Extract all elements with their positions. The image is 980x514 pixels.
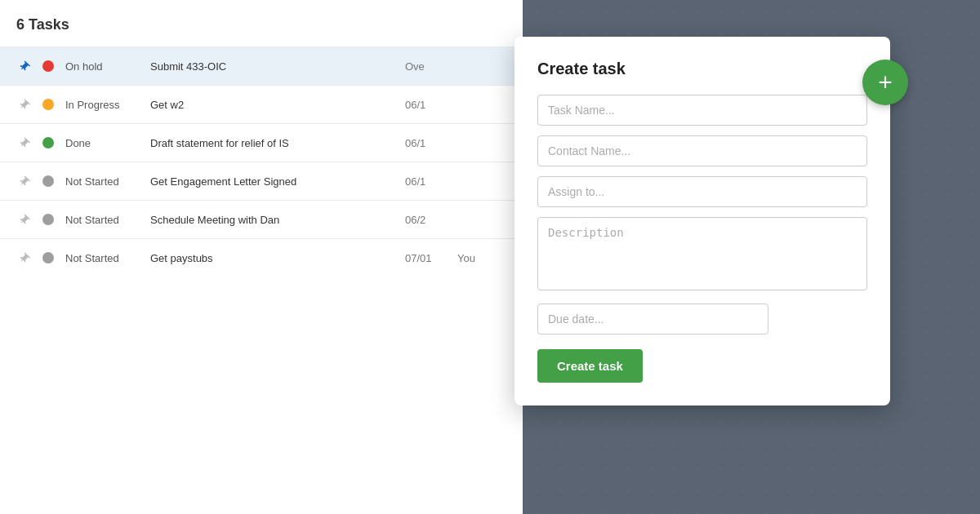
table-row[interactable]: Not Started Get Engagement Letter Signed… [0, 162, 523, 200]
task-name: Get Engagement Letter Signed [150, 175, 394, 188]
task-name: Schedule Meeting with Dan [150, 214, 394, 226]
task-date: Ove [405, 60, 446, 73]
task-name: Draft statement for relief of IS [150, 137, 394, 149]
status-label: Not Started [65, 175, 139, 188]
task-name: Get w2 [150, 99, 394, 111]
pin-icon [16, 250, 31, 265]
create-task-button[interactable]: Create task [537, 349, 643, 383]
task-list-header: 6 Tasks [0, 0, 523, 47]
task-name: Submit 433-OIC [150, 60, 394, 73]
status-dot-gray [42, 252, 54, 264]
contact-name-input[interactable] [537, 135, 867, 166]
pin-icon [16, 59, 31, 73]
pin-icon [16, 97, 31, 112]
task-date: 07/01 [405, 252, 446, 264]
status-dot-gray [42, 175, 54, 187]
task-name-input[interactable] [537, 95, 867, 126]
table-row[interactable]: On hold Submit 433-OIC Ove [0, 47, 523, 85]
pin-icon [16, 174, 31, 188]
status-dot-green [42, 137, 54, 148]
pin-icon [16, 135, 31, 150]
create-task-modal: + Create task Create task [514, 37, 890, 405]
table-row[interactable]: Not Started Get paystubs 07/01 You [0, 238, 523, 277]
plus-button[interactable]: + [862, 60, 908, 105]
status-dot-yellow [42, 99, 54, 110]
modal-title: Create task [537, 60, 867, 78]
table-row[interactable]: Done Draft statement for relief of IS 06… [0, 123, 523, 162]
status-label: On hold [65, 60, 139, 73]
task-list-panel: 6 Tasks On hold Submit 433-OIC Ove [0, 0, 523, 514]
task-date: 06/1 [405, 137, 446, 149]
task-table: On hold Submit 433-OIC Ove In Progress G… [0, 47, 523, 277]
tasks-count: 6 Tasks [16, 16, 69, 33]
pin-icon [16, 212, 31, 227]
status-label: Done [65, 137, 139, 149]
status-dot-red [42, 60, 54, 72]
assign-to-input[interactable] [537, 176, 867, 207]
description-textarea[interactable] [537, 217, 867, 290]
status-label: Not Started [65, 214, 139, 226]
table-row[interactable]: Not Started Schedule Meeting with Dan 06… [0, 200, 523, 238]
task-date: 06/1 [405, 175, 446, 188]
due-date-input[interactable] [537, 304, 768, 335]
table-row[interactable]: In Progress Get w2 06/1 [0, 85, 523, 123]
status-label: In Progress [65, 99, 139, 111]
task-date: 06/1 [405, 99, 446, 111]
status-label: Not Started [65, 252, 139, 264]
task-date: 06/2 [405, 214, 446, 226]
status-dot-gray [42, 214, 54, 225]
task-name: Get paystubs [150, 252, 394, 264]
task-assignee: You [457, 252, 506, 264]
